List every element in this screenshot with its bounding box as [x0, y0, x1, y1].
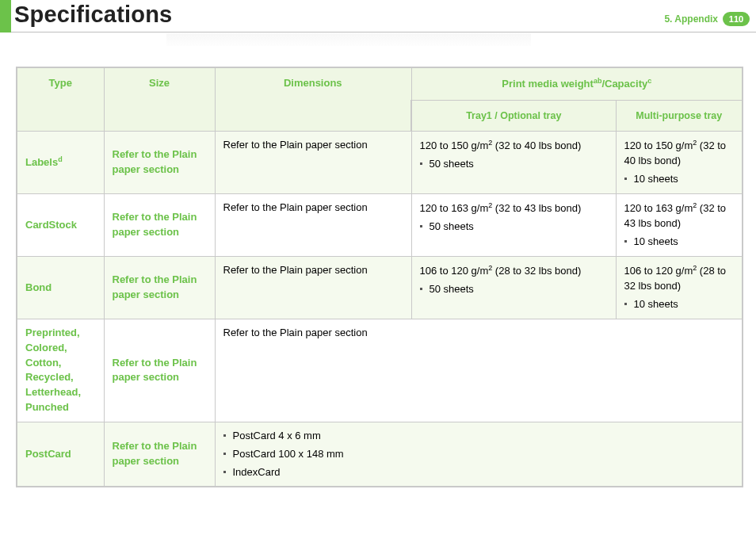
tray1-capacity: 50 sheets [430, 220, 474, 235]
bullet-icon [223, 471, 227, 473]
tray1-range-post: (32 to 43 lbs bond) [492, 202, 581, 214]
col-dimensions-header: Dimensions [215, 67, 411, 132]
col-size-header: Size [104, 67, 215, 132]
tray1-capacity: 50 sheets [430, 157, 474, 172]
type-cell: CardStock [17, 194, 104, 257]
header-accent [0, 0, 11, 32]
multi-range-pre: 106 to 120 g/m [624, 265, 693, 277]
tray1-range-pre: 106 to 120 g/m [420, 265, 489, 277]
bullet-icon [624, 303, 628, 305]
type-cell: Labelsd [17, 132, 104, 194]
multi-cell: 120 to 150 g/m2 (32 to 40 lbs bond) 10 s… [616, 132, 743, 194]
page-number-badge: 110 [723, 12, 750, 26]
dim-item: PostCard 4 x 6 mm [233, 429, 321, 444]
type-line: Recycled, [25, 370, 96, 385]
weightcap-sup2: c [647, 77, 651, 85]
dim-item: PostCard 100 x 148 mm [233, 447, 344, 462]
dimensions-cell: PostCard 4 x 6 mm PostCard 100 x 148 mm … [215, 422, 743, 487]
size-cell: Refer to the Plain paper section [104, 194, 215, 257]
type-cell: PostCard [17, 422, 104, 487]
weightcap-sup1: ab [594, 77, 602, 85]
multi-capacity: 10 sheets [634, 172, 678, 187]
type-text: Labels [25, 156, 58, 168]
type-line: Cotton, [25, 356, 96, 371]
multi-cell: 120 to 163 g/m2 (32 to 43 lbs bond) 10 s… [616, 194, 743, 257]
dimensions-cell: Refer to the Plain paper section [215, 132, 411, 194]
page-title: Specifications [14, 2, 172, 28]
col-multi-header: Multi-purpose tray [616, 101, 743, 132]
header-divider [11, 32, 756, 32]
multi-cell: 106 to 120 g/m2 (28 to 32 lbs bond) 10 s… [616, 257, 743, 319]
bullet-icon [223, 453, 227, 455]
tray1-range-post: (32 to 40 lbs bond) [492, 140, 581, 152]
col-weightcap-header: Print media weightab/Capacityc [411, 67, 743, 101]
type-sup: d [58, 155, 63, 163]
dimensions-cell: Refer to the Plain paper section [215, 194, 411, 257]
weightcap-mid: /Capacity [601, 78, 647, 90]
size-cell: Refer to the Plain paper section [104, 257, 215, 319]
tray1-range-pre: 120 to 150 g/m [420, 140, 489, 152]
dim-item: IndexCard [233, 465, 281, 480]
tray1-range-post: (28 to 32 lbs bond) [492, 265, 581, 277]
bullet-icon [223, 434, 227, 437]
bullet-icon [420, 288, 423, 290]
type-cell: Preprinted, Colored, Cotton, Recycled, L… [17, 319, 104, 422]
table-row: Labelsd Refer to the Plain paper section… [17, 132, 743, 194]
dimensions-cell: Refer to the Plain paper section [215, 257, 411, 319]
type-line: Colored, [25, 341, 96, 356]
type-line: Letterhead, [25, 385, 96, 400]
specifications-table: Type Size Dimensions Print media weighta… [16, 67, 743, 487]
multi-range-pre: 120 to 150 g/m [624, 140, 693, 152]
table-row: Preprinted, Colored, Cotton, Recycled, L… [17, 319, 743, 422]
size-cell: Refer to the Plain paper section [104, 319, 215, 422]
tray1-cell: 106 to 120 g/m2 (28 to 32 lbs bond) 50 s… [411, 257, 616, 319]
tray1-capacity: 50 sheets [430, 282, 474, 297]
multi-range-pre: 120 to 163 g/m [624, 202, 693, 214]
size-cell: Refer to the Plain paper section [104, 422, 215, 487]
size-cell: Refer to the Plain paper section [104, 132, 215, 194]
weightcap-prefix: Print media weight [502, 78, 594, 90]
bullet-icon [420, 225, 423, 227]
multi-capacity: 10 sheets [634, 297, 678, 312]
bullet-icon [420, 162, 423, 165]
type-line: Punched [25, 400, 96, 415]
type-cell: Bond [17, 257, 104, 319]
table-row: PostCard Refer to the Plain paper sectio… [17, 422, 743, 487]
tray1-cell: 120 to 150 g/m2 (32 to 40 lbs bond) 50 s… [411, 132, 616, 194]
decorative-shadow [166, 33, 531, 46]
bullet-icon [624, 178, 628, 180]
table-row: CardStock Refer to the Plain paper secti… [17, 194, 743, 257]
table-row: Bond Refer to the Plain paper section Re… [17, 257, 743, 319]
type-line: Preprinted, [25, 326, 96, 341]
dimensions-cell: Refer to the Plain paper section [215, 319, 743, 422]
multi-capacity: 10 sheets [634, 235, 678, 250]
tray1-range-pre: 120 to 163 g/m [420, 202, 489, 214]
col-tray1-header: Tray1 / Optional tray [411, 101, 616, 132]
bullet-icon [624, 240, 628, 243]
tray1-cell: 120 to 163 g/m2 (32 to 43 lbs bond) 50 s… [411, 194, 616, 257]
col-type-header: Type [17, 67, 104, 132]
chapter-label: 5. Appendix [664, 13, 718, 25]
